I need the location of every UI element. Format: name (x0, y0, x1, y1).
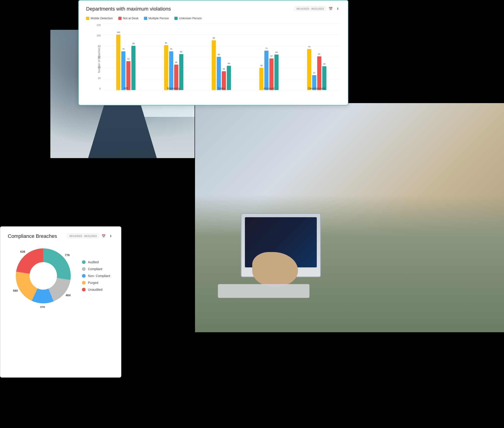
donut-svg-wrapper: 776464370580638 (11, 244, 75, 308)
bar-value-label: 43 (323, 63, 326, 65)
bar-value-label: 74 (308, 46, 310, 48)
bar-not_desk: 57 (269, 58, 273, 90)
donut-legend-label: Purged (88, 281, 98, 285)
background-photo-right (195, 103, 504, 332)
bar-multiple: 70 (169, 51, 173, 90)
dept-name: Development (308, 87, 326, 90)
legend-item-not_desk: Not at Desk (118, 16, 138, 20)
bar-value-label: 40 (260, 64, 263, 67)
bar-value-label: 70 (170, 48, 172, 50)
donut-legend-item: Purged (82, 281, 110, 285)
legend-item-unknown: Unknown Person (174, 16, 202, 20)
bar-value-label: 57 (270, 55, 272, 57)
bar-value-label: 52 (127, 58, 129, 60)
dept-name: Marketing (167, 87, 180, 90)
dept-group-account: 40715764Account (259, 51, 279, 90)
donut-legend-dot (82, 281, 86, 285)
y-tick: 120 (96, 24, 101, 26)
bar-multiple: 60 (217, 57, 221, 90)
donut-legend-label: Compliant (88, 267, 102, 271)
y-axis: Number of Breaches 120100806040200 (91, 24, 102, 97)
chart-area: 100705280HR81704665Marketing90603444Sale… (102, 24, 341, 97)
y-tick: 0 (99, 87, 101, 90)
donut-container: 776464370580638 AuditedCompliantNon- Com… (8, 244, 113, 308)
bar-not_desk: 46 (174, 65, 178, 90)
dept-name: HR (124, 87, 128, 90)
donut-legend-label: Non- Compliant (88, 274, 110, 278)
donut-legend-dot (82, 288, 86, 291)
bar-mobile: 100 (116, 35, 120, 90)
bar-mobile: 81 (164, 45, 168, 90)
bar-value-label: 60 (218, 53, 220, 56)
bar-value-label: 80 (132, 42, 135, 45)
bar-not_desk: 52 (126, 61, 130, 90)
donut-value-label: 370 (40, 305, 45, 308)
dept-group-marketing: 81704665Marketing (164, 45, 183, 90)
bar-value-label: 61 (318, 53, 320, 55)
y-axis-label: Number of Breaches (97, 48, 101, 73)
calendar-icon[interactable]: 📅 (328, 6, 333, 11)
donut-legend-item: Compliant (82, 267, 110, 271)
legend-item-mobile: Mobile Detection (86, 16, 113, 20)
bar-value-label: 44 (228, 62, 230, 65)
bar-mobile: 74 (307, 49, 311, 90)
bar-chart-title: Departments with maximum violations (86, 6, 171, 12)
bar-unknown: 44 (227, 66, 231, 90)
donut-chart-controls: 06/14/2023 - 06/21/2023 📅 ⬇ (67, 233, 113, 239)
dept-group-development: 74276143Development (307, 49, 326, 90)
donut-chart-title: Compliance Breaches (8, 233, 57, 239)
bar-mobile: 90 (212, 40, 216, 90)
y-tick: 20 (98, 77, 101, 80)
donut-chart-date: 06/14/2023 - 06/21/2023 (67, 234, 99, 238)
bar-value-label: 34 (223, 68, 225, 70)
bar-value-label: 46 (175, 61, 177, 64)
donut-legend-item: Audited (82, 260, 110, 264)
donut-legend-dot (82, 274, 86, 278)
donut-legend-dot (82, 260, 86, 264)
donut-chart-panel: Compliance Breaches 06/14/2023 - 06/21/2… (0, 226, 121, 378)
donut-download-icon[interactable]: ⬇ (108, 233, 113, 239)
dept-name: Account (264, 87, 274, 90)
dept-name: Sales (218, 87, 225, 90)
bar-chart-controls: 06/14/2023 - 06/21/2023 📅 ⬇ (294, 6, 341, 11)
dept-group-hr: 100705280HR (116, 35, 136, 90)
donut-legend-label: Unaudited (88, 288, 103, 291)
donut-value-label: 580 (13, 289, 18, 292)
bar-unknown: 80 (131, 46, 136, 90)
donut-legend-label: Audited (88, 260, 99, 264)
bar-value-label: 70 (122, 48, 125, 50)
bar-unknown: 65 (179, 54, 183, 90)
donut-value-label: 464 (65, 294, 71, 297)
bar-value-label: 27 (313, 72, 315, 74)
donut-svg: 776464370580638 (11, 244, 75, 308)
bar-chart-legend: Mobile DetectionNot at DeskMultiple Pers… (86, 16, 341, 20)
bar-value-label: 65 (180, 51, 182, 53)
bar-multiple: 71 (264, 51, 268, 90)
bar-value-label: 71 (265, 47, 268, 49)
bar-multiple: 70 (121, 51, 125, 90)
y-tick: 80 (98, 45, 101, 48)
bar-unknown: 64 (274, 55, 279, 90)
bar-chart-date: 06/14/2023 - 06/21/2023 (294, 6, 326, 11)
bar-value-label: 81 (165, 42, 167, 44)
bar-value-label: 90 (213, 37, 215, 39)
dept-group-sales: 90603444Sales (212, 40, 231, 90)
download-icon[interactable]: ⬇ (335, 6, 341, 11)
donut-value-label: 776 (65, 253, 70, 257)
bar-chart-header: Departments with maximum violations 06/1… (86, 6, 341, 12)
bar-chart-panel: Departments with maximum violations 06/1… (78, 0, 348, 105)
donut-legend-item: Unaudited (82, 288, 110, 291)
donut-value-label: 638 (20, 250, 25, 253)
donut-legend: AuditedCompliantNon- CompliantPurgedUnau… (82, 260, 110, 291)
y-tick: 100 (96, 34, 101, 37)
bar-not_desk: 61 (317, 56, 321, 90)
donut-chart-header: Compliance Breaches 06/14/2023 - 06/21/2… (8, 233, 113, 239)
donut-legend-item: Non- Compliant (82, 274, 110, 278)
bar-mobile: 40 (259, 68, 264, 90)
donut-calendar-icon[interactable]: 📅 (101, 233, 106, 239)
bar-value-label: 100 (117, 31, 120, 33)
bar-value-label: 64 (275, 51, 278, 53)
legend-item-multiple: Multiple Person (144, 16, 169, 20)
donut-legend-dot (82, 267, 86, 271)
